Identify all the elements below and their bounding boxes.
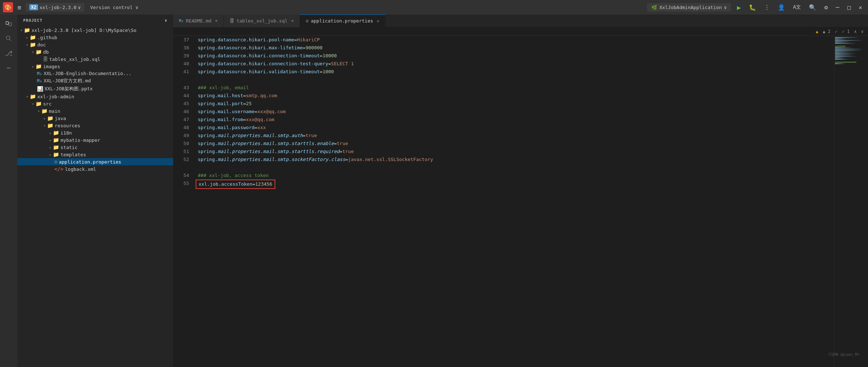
minimap-line [835,51,851,53]
prop-val: 25 [246,101,252,106]
tab-readme[interactable]: M↓README.md✕ [173,15,224,27]
line-number: 50 [176,140,189,148]
tab-app_props[interactable]: ⚙application.properties✕ [300,15,385,27]
search-activity-icon[interactable] [2,32,15,45]
tree-item-main[interactable]: ▾📁main [17,107,173,115]
tree-label: templates [60,152,86,157]
version-control-button[interactable]: Version control ∨ [87,3,141,12]
tree-label: logback.xml [65,166,96,172]
more-options-button[interactable]: ⋮ [761,3,773,12]
tree-item-mybatis[interactable]: ▸📁mybatis-mapper [17,136,173,144]
tab-bar: M↓README.md✕🗄tables_xxl_job.sql✕⚙applica… [173,15,868,27]
code-area[interactable]: spring.datasource.hikari.pool-name=Hikar… [192,36,834,367]
tree-item-xxl_admin[interactable]: ▾📁xxl-job-admin [17,93,173,100]
close-button[interactable]: ✕ [856,3,865,12]
tree-item-doc[interactable]: ▾📁doc [17,41,173,48]
tree-item-templates[interactable]: ▸📁templates [17,151,173,158]
prop-key-italic: mail.properties.mail.smtp.starttls.requi… [218,149,340,154]
tab-label: application.properties [311,18,373,24]
tree-chevron-icon: ▾ [43,124,46,128]
tree-item-xxl_eng_doc[interactable]: M↓XXL-JOB-English-Documentatio... [17,70,173,77]
tree-chevron-icon: ▾ [32,102,34,106]
tab-close-icon[interactable]: ✕ [215,18,218,23]
tree-item-github[interactable]: ▸📁.github [17,34,173,41]
minimap-line [835,49,863,50]
maximize-button[interactable]: □ [844,3,854,12]
run-button[interactable]: ▶ [734,2,744,13]
prop-key: spring.datasource.hikari.connection-test… [198,61,328,66]
sidebar: PROJECT ∨ ▾📁xxl-job-2.3.0 [xxl-job] D:\M… [17,15,173,367]
tree-chevron-icon: ▾ [26,43,28,47]
git-icon[interactable]: ⎇ [2,46,15,59]
menu-icon[interactable]: ≡ [16,2,23,13]
line-number: 55 [176,180,189,187]
prop-val: 900000 [305,45,322,50]
editor-header: ▲ ▲ 2 ✓ ✓ 1 ∧ ∨ [173,27,868,36]
debug-button[interactable]: 🐛 [746,3,759,12]
code-line: spring.mail.password=xxx [198,124,828,132]
prop-val: true [342,149,354,154]
tree-label: resources [55,123,80,128]
tab-close-icon[interactable]: ✕ [377,18,379,24]
folder-icon: 📁 [36,101,42,107]
tree-item-xxl_arch[interactable]: 📊XXL-JOB架构图.pptx [17,85,173,93]
code-line: xxl.job.accessToken=123456 [198,180,828,189]
prop-key: spring.datasource.hikari.max-lifetime [198,45,303,50]
tree-item-tables_sql[interactable]: 🗄tables_xxl_job.sql [17,55,173,63]
folder-icon: 📁 [47,115,53,121]
extensions-icon[interactable]: ⋯ [2,61,15,74]
search-icon[interactable]: 🔍 [806,3,819,12]
line-number: 49 [176,132,189,140]
folder-icon: 📁 [53,152,59,157]
tree-item-app_props[interactable]: ⚙application.properties [17,158,173,165]
tree-item-src[interactable]: ▾📁src [17,100,173,107]
line-number: 43 [176,84,189,92]
editor-area: M↓README.md✕🗄tables_xxl_job.sql✕⚙applica… [173,15,868,367]
tree-chevron-icon: ▾ [38,109,40,113]
expand-icon[interactable]: ∨ [861,29,864,34]
code-line [198,189,828,197]
activity-bar: ⎇ ⋯ [0,15,17,367]
tab-sql-icon: 🗄 [230,18,234,24]
collapse-icon[interactable]: ∧ [854,29,857,34]
tree-item-root[interactable]: ▾📁xxl-job-2.3.0 [xxl-job] D:\MySpace\So [17,26,173,34]
minimize-button[interactable]: ─ [833,3,842,12]
tree-item-db[interactable]: ▾📁db [17,48,173,55]
prop-key: spring. [198,133,218,138]
tab-close-icon[interactable]: ✕ [291,18,294,23]
tree-item-i18n[interactable]: ▸📁i18n [17,129,173,136]
tree-item-images[interactable]: ▸📁images [17,63,173,70]
explorer-icon[interactable] [2,17,15,30]
svg-line-3 [9,39,11,41]
translate-icon[interactable]: A文 [790,3,804,12]
prop-eq: = [328,61,331,66]
tree-item-resources[interactable]: ▾📁resources [17,122,173,129]
file-md-icon: M↓ [37,78,42,83]
tree-chevron-icon: ▾ [20,28,22,32]
access-token-highlight: xxl.job.accessToken=123456 [196,180,275,189]
branch-chevron-icon: ∨ [78,5,81,10]
code-line: spring.datasource.hikari.max-lifetime=90… [198,44,828,52]
branch-selector[interactable]: X2 xxl-job-2.3.0 ∨ [26,3,84,12]
tree-item-java[interactable]: ▸📁java [17,115,173,122]
tab-tables_sql[interactable]: 🗄tables_xxl_job.sql✕ [224,15,300,27]
titlebar-actions: ▶ 🐛 ⋮ 👤 A文 🔍 ⚙ ─ □ ✕ [734,2,865,13]
tree-item-logback[interactable]: </>logback.xml [17,165,173,173]
tree-item-static[interactable]: ▸📁static [17,144,173,151]
tree-label: main [49,108,60,114]
prop-key: spring.datasource.hikari.validation-time… [198,69,320,74]
prop-val: xxx [257,125,266,130]
sidebar-chevron-icon[interactable]: ∨ [164,18,167,23]
line-number: 48 [176,124,189,132]
line-number: 39 [176,52,189,60]
prop-val: SELECT 1 [331,61,354,66]
scrollbar[interactable] [863,36,868,367]
settings-icon[interactable]: ⚙ [821,3,831,12]
app-logo: 🎨 [3,2,13,12]
tree-item-xxl_cn_doc[interactable]: M↓XXL-JOB官方文档.md [17,77,173,85]
user-icon[interactable]: 👤 [775,3,788,12]
line-number: 38 [176,44,189,52]
line-number: 47 [176,116,189,124]
check-count: ✓ 1 [842,29,850,34]
app-name-selector[interactable]: 🌿 XxlJobAdminApplication ∨ [647,3,731,12]
